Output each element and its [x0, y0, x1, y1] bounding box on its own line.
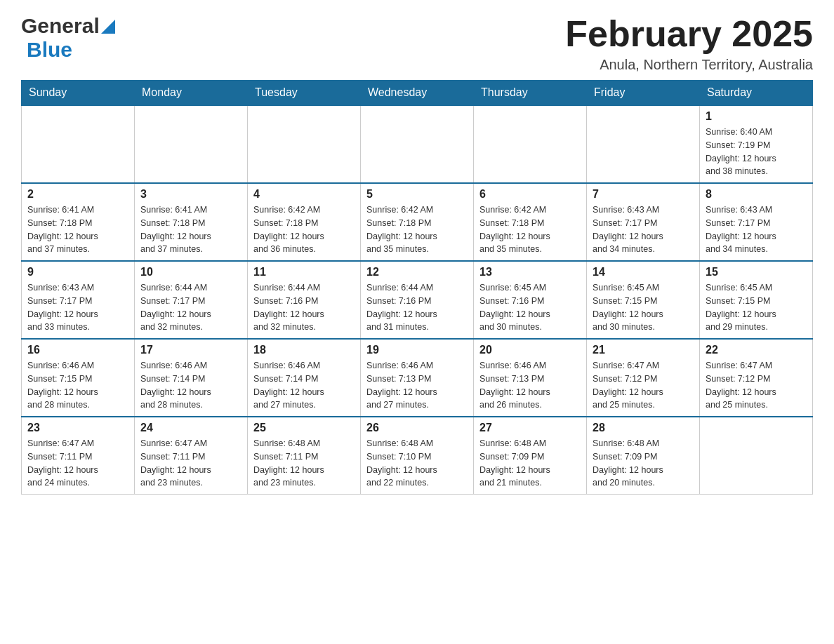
calendar-cell: 25Sunrise: 6:48 AM Sunset: 7:11 PM Dayli…	[248, 417, 361, 495]
calendar-cell: 9Sunrise: 6:43 AM Sunset: 7:17 PM Daylig…	[22, 261, 135, 339]
day-info: Sunrise: 6:44 AM Sunset: 7:16 PM Dayligh…	[253, 281, 355, 334]
calendar-header-row: Sunday Monday Tuesday Wednesday Thursday…	[22, 81, 813, 106]
day-number: 11	[253, 266, 355, 279]
day-number: 28	[593, 422, 694, 434]
day-number: 3	[140, 188, 241, 201]
col-saturday: Saturday	[700, 81, 813, 106]
calendar-week-row: 1Sunrise: 6:40 AM Sunset: 7:19 PM Daylig…	[22, 105, 813, 183]
day-info: Sunrise: 6:45 AM Sunset: 7:16 PM Dayligh…	[479, 281, 581, 334]
day-info: Sunrise: 6:48 AM Sunset: 7:09 PM Dayligh…	[593, 437, 694, 490]
col-tuesday: Tuesday	[248, 81, 361, 106]
col-monday: Monday	[135, 81, 248, 106]
day-info: Sunrise: 6:44 AM Sunset: 7:17 PM Dayligh…	[140, 281, 241, 334]
calendar-week-row: 2Sunrise: 6:41 AM Sunset: 7:18 PM Daylig…	[22, 183, 813, 261]
calendar-cell	[700, 417, 813, 495]
day-info: Sunrise: 6:48 AM Sunset: 7:11 PM Dayligh…	[253, 437, 355, 490]
day-number: 21	[593, 344, 694, 356]
day-info: Sunrise: 6:46 AM Sunset: 7:14 PM Dayligh…	[140, 359, 241, 412]
day-number: 14	[593, 266, 694, 279]
calendar-cell	[248, 105, 361, 183]
day-info: Sunrise: 6:41 AM Sunset: 7:18 PM Dayligh…	[140, 203, 241, 256]
day-info: Sunrise: 6:46 AM Sunset: 7:14 PM Dayligh…	[253, 359, 355, 412]
day-number: 18	[253, 344, 355, 356]
day-number: 2	[27, 188, 128, 201]
day-number: 12	[366, 266, 468, 279]
calendar-cell: 3Sunrise: 6:41 AM Sunset: 7:18 PM Daylig…	[135, 183, 248, 261]
calendar-cell: 6Sunrise: 6:42 AM Sunset: 7:18 PM Daylig…	[474, 183, 587, 261]
calendar-cell: 23Sunrise: 6:47 AM Sunset: 7:11 PM Dayli…	[22, 417, 135, 495]
calendar-cell: 4Sunrise: 6:42 AM Sunset: 7:18 PM Daylig…	[248, 183, 361, 261]
calendar-cell: 19Sunrise: 6:46 AM Sunset: 7:13 PM Dayli…	[361, 339, 474, 417]
day-info: Sunrise: 6:45 AM Sunset: 7:15 PM Dayligh…	[706, 281, 807, 334]
day-number: 17	[140, 344, 241, 356]
calendar-table: Sunday Monday Tuesday Wednesday Thursday…	[21, 80, 813, 495]
day-info: Sunrise: 6:40 AM Sunset: 7:19 PM Dayligh…	[706, 126, 807, 178]
calendar-cell: 17Sunrise: 6:46 AM Sunset: 7:14 PM Dayli…	[135, 339, 248, 417]
col-sunday: Sunday	[22, 81, 135, 106]
day-number: 26	[366, 422, 468, 434]
day-info: Sunrise: 6:47 AM Sunset: 7:11 PM Dayligh…	[140, 437, 241, 490]
day-number: 22	[706, 344, 807, 356]
calendar-week-row: 16Sunrise: 6:46 AM Sunset: 7:15 PM Dayli…	[22, 339, 813, 417]
calendar-cell: 24Sunrise: 6:47 AM Sunset: 7:11 PM Dayli…	[135, 417, 248, 495]
day-number: 6	[479, 188, 581, 201]
calendar-cell: 7Sunrise: 6:43 AM Sunset: 7:17 PM Daylig…	[587, 183, 700, 261]
calendar-cell: 26Sunrise: 6:48 AM Sunset: 7:10 PM Dayli…	[361, 417, 474, 495]
calendar-cell	[135, 105, 248, 183]
day-number: 10	[140, 266, 241, 279]
day-number: 16	[27, 344, 128, 356]
col-wednesday: Wednesday	[361, 81, 474, 106]
day-info: Sunrise: 6:41 AM Sunset: 7:18 PM Dayligh…	[27, 203, 128, 256]
logo: General Blue	[21, 14, 115, 62]
logo-general-text: General	[21, 14, 100, 38]
day-number: 19	[366, 344, 468, 356]
day-number: 7	[593, 188, 694, 201]
month-title: February 2025	[565, 14, 813, 54]
calendar-week-row: 23Sunrise: 6:47 AM Sunset: 7:11 PM Dayli…	[22, 417, 813, 495]
day-number: 8	[706, 188, 807, 201]
day-number: 5	[366, 188, 468, 201]
logo-triangle-icon	[101, 20, 115, 34]
day-info: Sunrise: 6:42 AM Sunset: 7:18 PM Dayligh…	[366, 203, 468, 256]
day-info: Sunrise: 6:44 AM Sunset: 7:16 PM Dayligh…	[366, 281, 468, 334]
calendar-cell: 5Sunrise: 6:42 AM Sunset: 7:18 PM Daylig…	[361, 183, 474, 261]
day-info: Sunrise: 6:42 AM Sunset: 7:18 PM Dayligh…	[479, 203, 581, 256]
day-info: Sunrise: 6:42 AM Sunset: 7:18 PM Dayligh…	[253, 203, 355, 256]
calendar-cell: 22Sunrise: 6:47 AM Sunset: 7:12 PM Dayli…	[700, 339, 813, 417]
calendar-cell: 12Sunrise: 6:44 AM Sunset: 7:16 PM Dayli…	[361, 261, 474, 339]
calendar-cell: 14Sunrise: 6:45 AM Sunset: 7:15 PM Dayli…	[587, 261, 700, 339]
page-header: General Blue February 2025 Anula, Northe…	[21, 14, 813, 73]
location-subtitle: Anula, Northern Territory, Australia	[565, 57, 813, 73]
calendar-cell: 27Sunrise: 6:48 AM Sunset: 7:09 PM Dayli…	[474, 417, 587, 495]
title-area: February 2025 Anula, Northern Territory,…	[565, 14, 813, 73]
calendar-cell: 1Sunrise: 6:40 AM Sunset: 7:19 PM Daylig…	[700, 105, 813, 183]
calendar-cell: 15Sunrise: 6:45 AM Sunset: 7:15 PM Dayli…	[700, 261, 813, 339]
day-info: Sunrise: 6:48 AM Sunset: 7:09 PM Dayligh…	[479, 437, 581, 490]
calendar-cell: 21Sunrise: 6:47 AM Sunset: 7:12 PM Dayli…	[587, 339, 700, 417]
logo-blue-text: Blue	[27, 38, 72, 61]
day-info: Sunrise: 6:43 AM Sunset: 7:17 PM Dayligh…	[706, 203, 807, 256]
calendar-cell: 11Sunrise: 6:44 AM Sunset: 7:16 PM Dayli…	[248, 261, 361, 339]
day-number: 4	[253, 188, 355, 201]
day-info: Sunrise: 6:46 AM Sunset: 7:15 PM Dayligh…	[27, 359, 128, 412]
day-number: 20	[479, 344, 581, 356]
calendar-cell: 8Sunrise: 6:43 AM Sunset: 7:17 PM Daylig…	[700, 183, 813, 261]
day-number: 27	[479, 422, 581, 434]
day-info: Sunrise: 6:46 AM Sunset: 7:13 PM Dayligh…	[366, 359, 468, 412]
day-info: Sunrise: 6:45 AM Sunset: 7:15 PM Dayligh…	[593, 281, 694, 334]
day-info: Sunrise: 6:47 AM Sunset: 7:12 PM Dayligh…	[706, 359, 807, 412]
col-friday: Friday	[587, 81, 700, 106]
calendar-cell	[22, 105, 135, 183]
day-info: Sunrise: 6:46 AM Sunset: 7:13 PM Dayligh…	[479, 359, 581, 412]
svg-marker-0	[101, 20, 115, 34]
calendar-cell: 13Sunrise: 6:45 AM Sunset: 7:16 PM Dayli…	[474, 261, 587, 339]
calendar-cell: 16Sunrise: 6:46 AM Sunset: 7:15 PM Dayli…	[22, 339, 135, 417]
calendar-cell: 2Sunrise: 6:41 AM Sunset: 7:18 PM Daylig…	[22, 183, 135, 261]
calendar-cell: 10Sunrise: 6:44 AM Sunset: 7:17 PM Dayli…	[135, 261, 248, 339]
calendar-cell: 28Sunrise: 6:48 AM Sunset: 7:09 PM Dayli…	[587, 417, 700, 495]
day-number: 24	[140, 422, 241, 434]
day-info: Sunrise: 6:48 AM Sunset: 7:10 PM Dayligh…	[366, 437, 468, 490]
day-number: 15	[706, 266, 807, 279]
col-thursday: Thursday	[474, 81, 587, 106]
calendar-cell: 18Sunrise: 6:46 AM Sunset: 7:14 PM Dayli…	[248, 339, 361, 417]
